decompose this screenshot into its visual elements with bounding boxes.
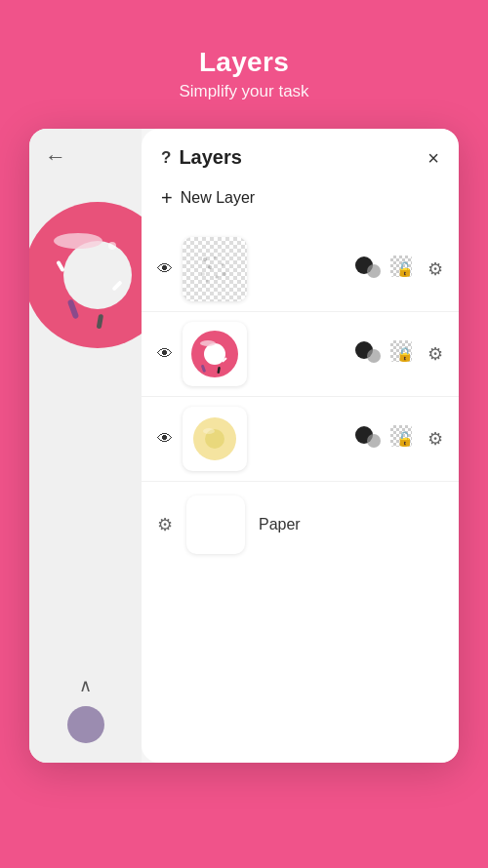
svg-point-1 bbox=[63, 241, 132, 309]
new-layer-label: New Layer bbox=[181, 189, 255, 207]
svg-point-10 bbox=[208, 265, 212, 269]
paper-settings-button[interactable]: ⚙ bbox=[157, 514, 173, 535]
svg-point-12 bbox=[201, 272, 205, 276]
paper-thumbnail[interactable] bbox=[186, 495, 245, 554]
paper-label: Paper bbox=[259, 516, 301, 533]
svg-point-14 bbox=[223, 272, 226, 276]
blend-mode-button[interactable] bbox=[355, 341, 381, 367]
chevron-up-button[interactable]: ∧ bbox=[79, 675, 92, 696]
color-swatch[interactable] bbox=[67, 706, 104, 743]
layers-panel: ? Layers × + New Layer 👁 bbox=[142, 129, 459, 763]
sidebar-donut-art bbox=[29, 187, 142, 363]
panel-header: ? Layers × bbox=[142, 129, 459, 178]
layers-list: 👁 bbox=[142, 223, 459, 763]
help-icon[interactable]: ? bbox=[161, 148, 171, 168]
layer-settings-button[interactable]: ⚙ bbox=[427, 343, 443, 365]
header-section: Layers Simplify your task bbox=[179, 47, 308, 101]
canvas-sidebar: ← ∧ bbox=[29, 129, 142, 763]
back-button[interactable]: ← bbox=[45, 144, 66, 170]
donut-preview bbox=[188, 328, 241, 380]
layer-settings-button[interactable]: ⚙ bbox=[427, 258, 443, 280]
layer-thumbnail[interactable] bbox=[183, 407, 247, 471]
circle-preview bbox=[188, 413, 241, 465]
plus-icon: + bbox=[161, 188, 173, 208]
layer-item: 👁 bbox=[142, 227, 459, 311]
layer-item: 👁 bbox=[142, 311, 459, 396]
visibility-toggle[interactable]: 👁 bbox=[157, 430, 173, 448]
svg-point-11 bbox=[222, 263, 224, 266]
svg-point-5 bbox=[108, 242, 116, 250]
layer-controls: 🔓 ⚙ bbox=[355, 256, 443, 283]
scatter-preview bbox=[195, 250, 234, 289]
svg-point-15 bbox=[206, 280, 209, 283]
alpha-lock-button[interactable]: 🔓 bbox=[390, 256, 418, 283]
panel-title-group: ? Layers bbox=[161, 146, 242, 169]
blend-mode-button[interactable] bbox=[355, 426, 381, 452]
layer-thumbnail[interactable] bbox=[183, 237, 247, 301]
paper-row: ⚙ Paper bbox=[142, 481, 459, 568]
app-container: ← ∧ ? Layers × bbox=[29, 129, 459, 763]
panel-title: Layers bbox=[179, 146, 242, 169]
layer-controls: 🔓 ⚙ bbox=[355, 425, 443, 453]
svg-point-2 bbox=[54, 233, 102, 249]
layer-thumbnail[interactable] bbox=[183, 322, 247, 386]
new-layer-button[interactable]: + New Layer bbox=[142, 178, 459, 223]
layer-controls: 🔒 ⚙ bbox=[355, 340, 443, 368]
header-title: Layers bbox=[179, 47, 308, 78]
lock-icon: 🔓 bbox=[396, 262, 413, 276]
layer-settings-button[interactable]: ⚙ bbox=[427, 428, 443, 450]
alpha-lock-button[interactable]: 🔓 bbox=[390, 425, 418, 453]
blend-mode-button[interactable] bbox=[355, 256, 381, 282]
svg-point-13 bbox=[216, 276, 219, 279]
layer-item: 👁 🔓 ⚙ bbox=[142, 396, 459, 481]
lock-icon: 🔒 bbox=[396, 347, 413, 361]
lock-icon: 🔓 bbox=[396, 432, 413, 446]
svg-point-25 bbox=[203, 428, 215, 434]
visibility-toggle[interactable]: 👁 bbox=[157, 260, 173, 278]
close-button[interactable]: × bbox=[427, 148, 439, 168]
header-subtitle: Simplify your task bbox=[179, 82, 308, 101]
svg-point-9 bbox=[214, 256, 217, 259]
alpha-lock-button[interactable]: 🔒 bbox=[390, 340, 418, 368]
visibility-toggle[interactable]: 👁 bbox=[157, 345, 173, 363]
svg-point-18 bbox=[200, 340, 216, 346]
svg-point-8 bbox=[203, 257, 207, 261]
